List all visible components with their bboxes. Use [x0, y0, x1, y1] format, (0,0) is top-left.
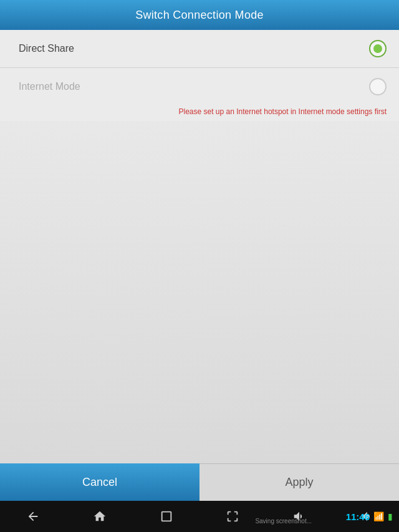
- nav-time: 11:46: [346, 511, 370, 522]
- nav-bar: Saving screenshot... 11:46 📶 ▮: [0, 501, 399, 532]
- cancel-label: Cancel: [82, 476, 117, 489]
- warning-text: Please set up an Internet hotspot in Int…: [0, 105, 399, 121]
- empty-area: [0, 121, 399, 483]
- cancel-button[interactable]: Cancel: [0, 463, 200, 501]
- apply-button[interactable]: Apply: [200, 463, 399, 501]
- direct-share-label: Direct Share: [19, 43, 74, 54]
- screenshot-icon[interactable]: [226, 510, 239, 523]
- home-icon[interactable]: [93, 510, 107, 523]
- direct-share-radio[interactable]: [369, 40, 387, 57]
- page-title: Switch Connection Mode: [135, 9, 264, 22]
- back-icon[interactable]: [26, 510, 40, 523]
- internet-mode-label: Internet Mode: [19, 81, 80, 92]
- system-text: Saving screenshot...: [255, 518, 312, 525]
- nav-right-status: 11:46 📶 ▮: [346, 511, 393, 522]
- apply-label: Apply: [285, 476, 313, 489]
- direct-share-row[interactable]: Direct Share: [0, 30, 399, 67]
- radio-inner-dot: [373, 44, 382, 53]
- recents-icon[interactable]: [160, 510, 173, 523]
- internet-mode-row[interactable]: Internet Mode: [0, 67, 399, 105]
- internet-mode-radio[interactable]: [369, 78, 387, 95]
- content-area: Direct Share Internet Mode Please set up…: [0, 30, 399, 473]
- action-bar: Cancel Apply: [0, 463, 399, 501]
- title-bar: Switch Connection Mode: [0, 0, 399, 30]
- wifi-icon: 📶: [373, 511, 384, 521]
- battery-icon: ▮: [388, 511, 393, 521]
